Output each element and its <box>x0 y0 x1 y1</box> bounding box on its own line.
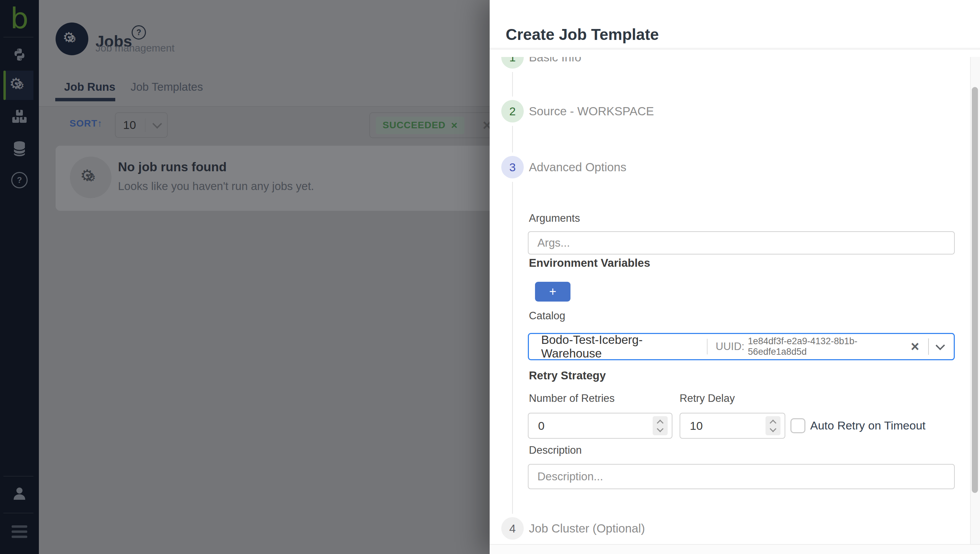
auto-retry-label: Auto Retry on Timeout <box>810 419 926 432</box>
catalog-clear-icon[interactable]: × <box>911 339 919 354</box>
catalog-select[interactable]: Bodo-Test-Iceberg-Warehouse UUID: 1e84df… <box>528 333 955 360</box>
retries-label: Number of Retries <box>529 392 615 404</box>
retries-value: 0 <box>538 419 653 433</box>
drawer-header-divider <box>490 48 980 50</box>
step-2-label[interactable]: Source - WORKSPACE <box>529 100 654 123</box>
description-label: Description <box>529 444 582 457</box>
number-stepper[interactable] <box>653 416 668 435</box>
step-4-label[interactable]: Job Cluster (Optional) <box>529 517 645 540</box>
arguments-label: Arguments <box>529 212 580 224</box>
retry-strategy-label: Retry Strategy <box>529 369 606 382</box>
drawer-scroll-area[interactable]: 1 Basic Info 2 Source - WORKSPACE 3 Adva… <box>490 57 980 554</box>
drawer-title: Create Job Template <box>506 25 659 44</box>
arguments-input[interactable] <box>528 231 955 255</box>
retry-delay-input[interactable]: 10 <box>679 413 785 439</box>
env-variables-label: Environment Variables <box>529 256 650 269</box>
number-stepper[interactable] <box>765 416 781 435</box>
chevron-down-icon[interactable] <box>935 341 945 350</box>
retries-input[interactable]: 0 <box>528 413 673 439</box>
retry-delay-value: 10 <box>690 419 765 433</box>
step-4-circle: 4 <box>501 517 524 540</box>
step-1-label[interactable]: Basic Info <box>529 57 581 68</box>
catalog-label: Catalog <box>529 310 565 322</box>
add-env-variable-button[interactable]: + <box>535 282 571 302</box>
step-1-circle: 1 <box>501 57 524 68</box>
auto-retry-checkbox[interactable] <box>791 418 805 433</box>
catalog-uuid-value: 1e84df3f-e2a9-4132-8b1b-56edfe1a8d5d <box>748 336 911 357</box>
retry-delay-label: Retry Delay <box>679 392 735 404</box>
create-job-template-drawer: Create Job Template 1 Basic Info 2 Sourc… <box>490 0 980 554</box>
step-3-label[interactable]: Advanced Options <box>529 156 627 178</box>
drawer-footer <box>490 545 980 554</box>
scrollbar-thumb[interactable] <box>972 87 978 493</box>
description-input[interactable] <box>528 464 955 489</box>
catalog-selected-value: Bodo-Test-Iceberg-Warehouse <box>541 333 698 360</box>
app-root: b <box>0 0 980 554</box>
step-3-circle: 3 <box>501 156 524 178</box>
catalog-uuid-label: UUID: <box>716 341 745 353</box>
step-2-circle: 2 <box>501 100 524 123</box>
